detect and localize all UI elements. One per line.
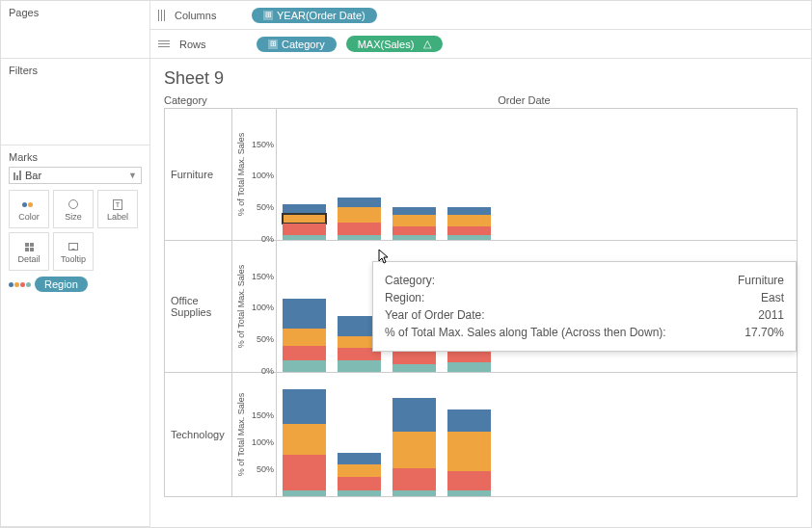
mark-type-dropdown[interactable]: Bar ▼ xyxy=(9,167,142,184)
bar-segment-west[interactable] xyxy=(283,389,326,423)
bar-stack[interactable] xyxy=(283,204,326,240)
bar-segment-central[interactable] xyxy=(447,235,491,240)
bar-segment-central[interactable] xyxy=(392,364,436,372)
bar-segment-central[interactable] xyxy=(338,360,381,372)
bar-segment-central[interactable] xyxy=(447,362,491,372)
y-axis-ticks: 150%100%50%0% xyxy=(250,109,277,240)
bar-segment-south[interactable] xyxy=(338,464,381,477)
tooltip-year-label: Year of Order Date: xyxy=(385,306,750,324)
sheet-title[interactable]: Sheet 9 xyxy=(164,68,798,89)
bar-stack[interactable] xyxy=(447,207,491,240)
bar-segment-central[interactable] xyxy=(392,235,436,240)
bar-segment-central[interactable] xyxy=(338,235,381,240)
bar-segment-south[interactable] xyxy=(392,432,436,468)
tooltip: Category:Furniture Region:East Year of O… xyxy=(372,261,797,352)
bar-segment-east[interactable] xyxy=(447,471,491,489)
bar-segment-west[interactable] xyxy=(338,198,381,207)
marks-color-pill-row: Region xyxy=(9,277,142,292)
color-icon xyxy=(22,197,37,212)
bar-segment-east[interactable] xyxy=(447,226,491,235)
marks-detail-button[interactable]: Detail xyxy=(9,232,49,271)
bar-segment-south[interactable] xyxy=(447,432,491,472)
bar-segment-west[interactable] xyxy=(283,204,326,214)
bar-segment-south[interactable] xyxy=(283,329,326,345)
rows-shelf[interactable]: Rows ⊞ Category MAX(Sales) △ xyxy=(150,30,811,59)
rows-label: Rows xyxy=(179,39,247,50)
bar-segment-central[interactable] xyxy=(338,490,381,496)
marks-tooltip-label: Tooltip xyxy=(61,254,86,264)
marks-label-button[interactable]: T Label xyxy=(97,190,138,228)
rows-icon xyxy=(158,40,170,47)
region-pill-label: Region xyxy=(44,278,78,290)
marks-size-button[interactable]: Size xyxy=(53,190,94,228)
rows-pill-maxsales-label: MAX(Sales) xyxy=(358,39,415,50)
bar-segment-south[interactable] xyxy=(283,214,326,224)
color-dots-icon xyxy=(9,282,31,287)
bar-segment-east[interactable] xyxy=(283,224,326,235)
bar-segment-central[interactable] xyxy=(392,490,436,496)
rows-pill-category[interactable]: ⊞ Category xyxy=(257,37,337,52)
bar-segment-east[interactable] xyxy=(283,455,326,490)
chevron-down-icon: ▼ xyxy=(128,171,137,180)
columns-icon xyxy=(158,10,165,21)
bar-segment-central[interactable] xyxy=(447,490,491,496)
bar-icon xyxy=(14,171,21,180)
bar-segment-south[interactable] xyxy=(392,215,436,226)
bar-segment-east[interactable] xyxy=(392,226,436,236)
tooltip-category-label: Category: xyxy=(385,272,730,289)
marks-detail-label: Detail xyxy=(17,254,40,264)
bar-segment-east[interactable] xyxy=(338,223,381,234)
bar-segment-west[interactable] xyxy=(392,207,436,215)
side-panels: Pages Filters Marks Bar ▼ xyxy=(1,1,150,527)
bar-stack[interactable] xyxy=(447,409,491,496)
label-icon: T xyxy=(113,197,123,212)
pages-title: Pages xyxy=(9,7,142,18)
chart-row: Furniture% of Total Max. Sales150%100%50… xyxy=(165,109,797,241)
bar-segment-central[interactable] xyxy=(283,490,326,496)
marks-color-label: Color xyxy=(18,212,40,222)
marks-color-button[interactable]: Color xyxy=(9,190,49,228)
bar-segment-west[interactable] xyxy=(392,398,436,432)
bar-segment-central[interactable] xyxy=(283,235,326,240)
bar-segment-west[interactable] xyxy=(447,409,491,431)
marks-title: Marks xyxy=(9,151,142,163)
columns-pill-label: YEAR(Order Date) xyxy=(277,10,365,21)
bar-segment-south[interactable] xyxy=(283,424,326,455)
bar-segment-west[interactable] xyxy=(283,299,326,330)
region-pill[interactable]: Region xyxy=(35,277,88,292)
row-category-label: Technology xyxy=(165,373,232,496)
marks-tooltip-button[interactable]: Tooltip xyxy=(53,232,94,271)
bar-stack[interactable] xyxy=(392,398,436,496)
bar-segment-east[interactable] xyxy=(338,477,381,490)
bar-segment-central[interactable] xyxy=(283,360,326,372)
bar-stack[interactable] xyxy=(283,299,326,372)
bar-segment-west[interactable] xyxy=(447,207,491,215)
tooltip-icon xyxy=(68,239,78,254)
category-header: Category xyxy=(164,94,251,106)
bar-segment-south[interactable] xyxy=(447,215,491,226)
orderdate-header: Order Date xyxy=(251,94,798,106)
table-calc-icon: △ xyxy=(423,38,431,50)
y-axis-label: % of Total Max. Sales xyxy=(232,109,250,240)
bar-stack[interactable] xyxy=(338,198,381,241)
columns-shelf[interactable]: Columns ⊞ YEAR(Order Date) xyxy=(150,1,811,30)
detail-icon xyxy=(25,239,34,254)
bar-segment-east[interactable] xyxy=(283,346,326,360)
rows-pill-maxsales[interactable]: MAX(Sales) △ xyxy=(346,36,444,52)
y-axis-label: % of Total Max. Sales xyxy=(232,241,250,372)
bar-stack[interactable] xyxy=(392,207,436,240)
marks-panel: Marks Bar ▼ xyxy=(1,145,150,527)
bar-stack[interactable] xyxy=(338,453,381,496)
tooltip-region-value: East xyxy=(761,289,784,306)
bar-segment-south[interactable] xyxy=(338,207,381,223)
columns-pill-year[interactable]: ⊞ YEAR(Order Date) xyxy=(252,8,377,23)
bar-segment-east[interactable] xyxy=(392,468,436,489)
rows-pill-category-label: Category xyxy=(282,39,325,50)
bars-area xyxy=(277,373,797,496)
bar-segment-east[interactable] xyxy=(392,351,436,364)
bar-stack[interactable] xyxy=(283,389,326,496)
row-category-label: Office Supplies xyxy=(165,241,232,372)
expand-icon: ⊞ xyxy=(263,11,273,20)
bar-segment-west[interactable] xyxy=(338,453,381,464)
size-icon xyxy=(68,197,78,212)
